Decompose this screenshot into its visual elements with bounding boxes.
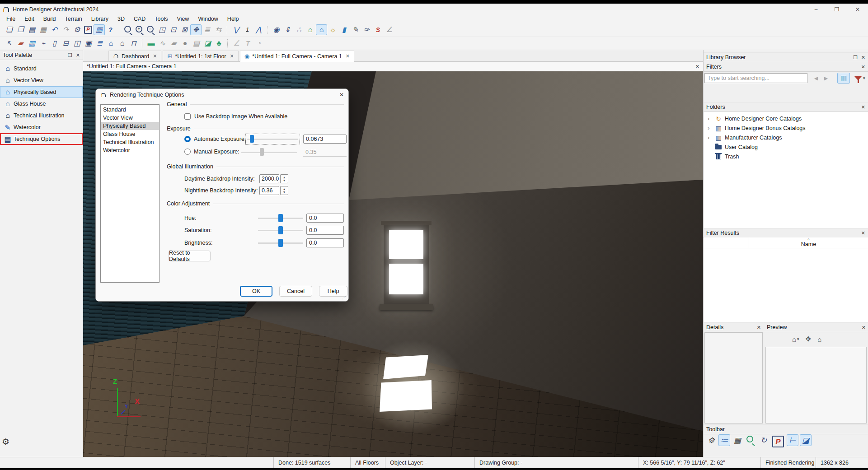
break-wall-icon[interactable]: ⌁ (38, 38, 49, 49)
close-panel-icon[interactable]: ✕ (861, 104, 865, 110)
show-folders-icon[interactable]: ⊢ (787, 434, 798, 446)
swap-views-icon[interactable]: ⇆ (213, 24, 224, 35)
angle-dimension-icon[interactable]: ◔ (253, 38, 265, 49)
expand-chevron-icon[interactable]: › (708, 115, 714, 122)
ellipse-icon[interactable]: ● (179, 38, 191, 49)
library-browser-icon[interactable]: ▥ (94, 24, 105, 35)
find-library-icon[interactable] (745, 434, 756, 446)
walk-through-icon[interactable]: ∴ (293, 24, 305, 35)
tree-item-manufacturer-catalogs[interactable]: › ▥ Manufacturer Catalogs (704, 133, 868, 142)
camera-icon[interactable]: ◉ (271, 24, 282, 35)
daytime-spinner[interactable]: ▲▼ (280, 174, 288, 183)
technique-technical-illustration[interactable]: Technical Illustration (101, 138, 159, 146)
tree-item-core-catalogs[interactable]: › ↻ Home Designer Core Catalogs (704, 114, 868, 123)
tab-full-camera[interactable]: ◉ *Untitled 1: Full Camera - Camera 1 ✕ (240, 51, 354, 62)
new-file-icon[interactable]: ❏ (4, 24, 15, 35)
layers-icon[interactable]: ≣ (202, 24, 213, 35)
tab-dashboard[interactable]: Dashboard ✕ (108, 51, 161, 62)
door-icon[interactable]: ▯ (49, 38, 60, 49)
adjust-lights-icon[interactable]: S (372, 24, 384, 35)
library-panel-icon[interactable]: P (772, 436, 784, 447)
open-file-icon[interactable]: ❐ (15, 24, 26, 35)
slider-thumb[interactable] (278, 239, 283, 247)
automatic-exposure-slider[interactable] (245, 134, 300, 144)
close-panel-icon[interactable]: ✕ (76, 52, 80, 58)
spline-icon[interactable]: ∿ (157, 38, 168, 49)
color-value-field[interactable]: 0.0 (306, 238, 344, 247)
menu-item[interactable]: 3D (113, 16, 129, 22)
undo-icon[interactable]: ↶ (49, 24, 60, 35)
sun-light-icon[interactable]: ☼ (327, 24, 338, 35)
preview-expand-icon[interactable]: ✥ (806, 335, 812, 343)
menu-item[interactable]: Help (223, 16, 244, 22)
terrain-icon[interactable]: ▬ (145, 38, 157, 49)
nighttime-spinner[interactable]: ▲▼ (280, 186, 288, 195)
tree-icon[interactable]: ♣ (213, 38, 225, 49)
technique-standard[interactable]: Standard (101, 106, 159, 114)
palette-item-glass-house[interactable]: ⌂ Glass House (0, 98, 83, 110)
wall-icon[interactable]: ▰ (15, 38, 26, 49)
menu-item[interactable]: Library (87, 16, 113, 22)
close-panel-icon[interactable]: ✕ (861, 55, 865, 60)
wrench-icon[interactable]: ⚙ (71, 24, 83, 35)
daytime-intensity-field[interactable]: 2000.0 (259, 174, 279, 183)
select-arrow-icon[interactable]: ↖ (4, 38, 15, 49)
technique-vector-view[interactable]: Vector View (101, 114, 159, 122)
tab-close-icon[interactable]: ✕ (153, 53, 157, 59)
maximize-button[interactable]: ❐ (826, 4, 847, 15)
polygon-icon[interactable]: ▰ (168, 38, 179, 49)
slider-thumb[interactable] (278, 214, 283, 222)
text-icon[interactable]: T (242, 38, 253, 49)
settings-gear-icon[interactable]: ⚙ (2, 437, 9, 447)
home-view-icon[interactable]: ⌂ (316, 24, 327, 35)
zoom-out-icon[interactable]: − (145, 24, 156, 35)
slider-thumb[interactable] (278, 226, 283, 234)
adjust-materials-icon[interactable]: ✑ (361, 24, 372, 35)
nighttime-intensity-field[interactable]: 0.36 (259, 186, 279, 195)
viewport-3d[interactable]: Z X Y Rendering Technique Options ✕ (83, 71, 703, 457)
next-result-icon[interactable]: ▶ (821, 75, 831, 81)
dollhouse-view-icon[interactable]: ⌂ (305, 24, 316, 35)
palette-item-vector-view[interactable]: ⌂ Vector View (0, 74, 83, 86)
menu-item[interactable]: CAD (129, 16, 150, 22)
close-panel-icon[interactable]: ✕ (861, 230, 865, 236)
backdrop-checkbox[interactable] (184, 113, 191, 120)
tree-item-user-catalog[interactable]: User Catalog (704, 142, 868, 152)
tree-item-bonus-catalogs[interactable]: › ▥ Home Designer Bonus Catalogs (704, 123, 868, 133)
menu-item[interactable]: Edit (20, 16, 39, 22)
tab-first-floor[interactable]: ⊞ *Untitled 1: 1st Floor ✕ (163, 51, 238, 62)
automatic-exposure-radio[interactable] (184, 136, 191, 142)
preview-object-icon[interactable]: ⌂ (817, 335, 821, 343)
technique-watercolor[interactable]: Watercolor (101, 146, 159, 154)
print-icon[interactable]: ▦ (38, 24, 49, 35)
menu-item[interactable]: View (173, 16, 194, 22)
floor-number[interactable]: 1 (242, 24, 253, 35)
redo-icon[interactable]: ↷ (60, 24, 71, 35)
appliance-icon[interactable]: ▣ (83, 38, 94, 49)
minimize-button[interactable]: – (806, 4, 826, 15)
palette-item-technique-options[interactable]: ▤ Technique Options (0, 133, 83, 145)
menu-item[interactable]: Build (39, 16, 61, 22)
expand-chevron-icon[interactable]: › (708, 134, 714, 141)
ok-button[interactable]: OK (240, 286, 272, 297)
color-slider[interactable] (258, 214, 303, 222)
menu-item[interactable]: Window (193, 16, 222, 22)
cabinet-icon[interactable]: ◫ (71, 38, 83, 49)
palette-item-technical-illustration[interactable]: ⌂ Technical Illustration (0, 110, 83, 121)
expand-view-icon[interactable]: ⊠ (179, 24, 190, 35)
zoom-icon[interactable] (122, 24, 134, 35)
preview-house-icon[interactable]: ⌂▾ (792, 335, 799, 343)
manual-exposure-radio[interactable] (184, 149, 191, 155)
house-window-icon[interactable]: ⌂ (105, 38, 117, 49)
roof-icon[interactable]: ⊓ (128, 38, 139, 49)
palette-item-physically-based[interactable]: ⌂ Physically Based (0, 86, 83, 98)
tab-close-icon[interactable]: ✕ (230, 53, 234, 59)
expand-chevron-icon[interactable]: › (708, 125, 714, 131)
menu-item[interactable]: Tools (150, 16, 172, 22)
slider-thumb[interactable] (250, 135, 254, 143)
railing-icon[interactable]: ▥ (26, 38, 38, 49)
orbit-mouse-icon[interactable]: ⇕ (282, 24, 293, 35)
view-close-icon[interactable]: ✕ (695, 64, 699, 70)
resize-grip[interactable]: ⋰ (342, 295, 347, 300)
level-icon[interactable]: ∠ (384, 24, 395, 35)
